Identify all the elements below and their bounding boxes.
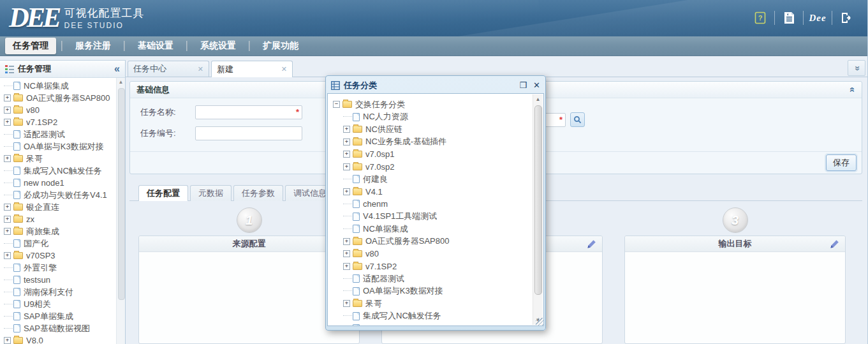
- sidebar-collapse-icon[interactable]: «: [114, 64, 120, 74]
- tree-item[interactable]: NC单据集成: [4, 80, 116, 92]
- expand-toggle-icon[interactable]: +: [343, 263, 350, 270]
- dialog-scrollbar[interactable]: ▲ ▼: [533, 94, 543, 325]
- document-icon[interactable]: [782, 10, 796, 26]
- expand-toggle-icon[interactable]: +: [4, 155, 11, 162]
- edit-pencil-icon[interactable]: [587, 239, 597, 251]
- tree-item[interactable]: OA单据与K3数据对接: [4, 140, 116, 153]
- tree-item[interactable]: +v7.1SP2: [333, 260, 531, 273]
- tree-item[interactable]: +zx: [4, 213, 116, 225]
- tree-item[interactable]: +NC业务集成-基础插件: [333, 136, 531, 149]
- tree-item[interactable]: 集成写入NC触发任务: [333, 310, 531, 323]
- tree-item[interactable]: 湖南保利支付: [4, 286, 116, 298]
- tree-item[interactable]: 国产化: [4, 237, 116, 250]
- tree-item[interactable]: NC人力资源: [333, 111, 531, 124]
- expand-toggle-icon[interactable]: +: [343, 163, 350, 170]
- tree-item[interactable]: +OA正式服务器SAP800: [333, 236, 531, 248]
- edit-pencil-icon[interactable]: [830, 239, 840, 251]
- expand-toggle-icon[interactable]: +: [343, 250, 350, 257]
- task-name-input[interactable]: [195, 105, 302, 119]
- tree-item[interactable]: +OA正式服务器SAP800: [4, 92, 116, 104]
- tree-connector: [4, 170, 13, 172]
- config-tab[interactable]: 任务配置: [138, 185, 188, 201]
- tree-item[interactable]: 外置引擎: [4, 262, 116, 274]
- expand-toggle-icon[interactable]: +: [4, 228, 11, 235]
- tree-item[interactable]: V4.1SP1工具端测试: [333, 211, 531, 223]
- scroll-up-icon[interactable]: ▲: [117, 78, 125, 87]
- tree-item[interactable]: 适配器测试: [4, 128, 116, 140]
- tree-item-label: V8.0: [26, 336, 43, 344]
- tree-item[interactable]: +呆哥: [333, 297, 531, 310]
- tree-item[interactable]: +v7.0sp2: [333, 161, 531, 174]
- sidebar-scrollbar[interactable]: ▲: [116, 78, 125, 344]
- tab-overflow-button[interactable]: «: [848, 60, 865, 76]
- tree-item[interactable]: testsun: [4, 274, 116, 286]
- logout-icon[interactable]: [839, 10, 853, 26]
- tree-item[interactable]: NC单据集成: [333, 223, 531, 236]
- resize-grip[interactable]: [536, 318, 543, 325]
- tree-item[interactable]: +v7.1SP2: [4, 116, 116, 128]
- tree-item[interactable]: OA单据与K3数据对接: [333, 285, 531, 298]
- document-tab[interactable]: 新建✕: [211, 61, 293, 77]
- tree-item[interactable]: chenm: [333, 198, 531, 211]
- tree-item[interactable]: +NC供应链: [333, 123, 531, 136]
- tree-item[interactable]: +v7.0sp1: [333, 148, 531, 161]
- maximize-icon[interactable]: ❒: [519, 81, 527, 89]
- scrollbar-thumb[interactable]: [118, 88, 125, 300]
- expand-toggle-icon[interactable]: +: [4, 216, 11, 223]
- close-tab-icon[interactable]: ✕: [198, 65, 203, 73]
- tree-item[interactable]: +v70SP3: [4, 250, 116, 262]
- nav-item[interactable]: 系统设置: [191, 38, 245, 54]
- scrollbar-thumb[interactable]: [534, 105, 542, 295]
- tree-item[interactable]: +呆哥: [4, 153, 116, 165]
- tree-item[interactable]: +银企直连: [4, 201, 116, 213]
- app-title: 可视化配置工具: [64, 6, 144, 20]
- tree-item[interactable]: +v80: [4, 104, 116, 116]
- expand-toggle-icon[interactable]: +: [343, 188, 350, 195]
- tree-item[interactable]: 何建良: [333, 173, 531, 186]
- expand-toggle-icon[interactable]: +: [4, 107, 11, 114]
- tree-item[interactable]: 集成写入NC触发任务: [4, 165, 116, 177]
- config-tab[interactable]: 元数据: [190, 185, 232, 201]
- nav-item[interactable]: 任务管理: [5, 38, 56, 54]
- tree-item[interactable]: new node1: [333, 322, 531, 326]
- lookup-button[interactable]: [570, 112, 585, 127]
- tree-item[interactable]: −交换任务分类: [333, 98, 531, 111]
- config-tab[interactable]: 任务参数: [233, 185, 283, 201]
- expand-toggle-icon[interactable]: +: [343, 300, 350, 307]
- dialog-titlebar[interactable]: 任务分类 ❒ ✕: [327, 77, 544, 93]
- save-button[interactable]: 保存: [826, 154, 857, 171]
- scroll-up-icon[interactable]: ▲: [533, 94, 543, 104]
- tree-item[interactable]: 必成功与失败任务V4.1: [4, 189, 116, 201]
- close-icon[interactable]: ✕: [533, 81, 540, 89]
- tree-item[interactable]: SAP单据集成: [4, 310, 116, 322]
- help-icon[interactable]: ?: [753, 10, 767, 26]
- tree-item[interactable]: +V8.0: [4, 334, 116, 344]
- tree-item[interactable]: +V4.1: [333, 186, 531, 198]
- expand-toggle-icon[interactable]: +: [4, 337, 11, 344]
- dee-logo-icon[interactable]: Dee: [811, 10, 825, 26]
- tree-item[interactable]: SAP基础数据视图: [4, 322, 116, 334]
- panel-collapse-icon[interactable]: «: [847, 87, 858, 92]
- expand-toggle-icon[interactable]: +: [343, 126, 350, 133]
- nav-item[interactable]: 基础设置: [129, 38, 182, 54]
- task-code-input[interactable]: [195, 126, 302, 140]
- tree-connector: [343, 216, 352, 217]
- tree-item-label: 银企直连: [26, 202, 59, 213]
- close-tab-icon[interactable]: ✕: [281, 65, 287, 73]
- tree-item[interactable]: 适配器测试: [333, 273, 531, 285]
- tree-item[interactable]: +v80: [333, 248, 531, 260]
- nav-item[interactable]: 服务注册: [66, 38, 120, 54]
- tree-item[interactable]: new node1: [4, 177, 116, 189]
- expand-toggle-icon[interactable]: +: [343, 138, 350, 146]
- tree-item[interactable]: U9相关: [4, 298, 116, 310]
- nav-item[interactable]: 扩展功能: [254, 38, 307, 54]
- expand-toggle-icon[interactable]: +: [343, 151, 350, 158]
- expand-toggle-icon[interactable]: +: [4, 252, 11, 259]
- tree-item[interactable]: +商旅集成: [4, 225, 116, 237]
- expand-toggle-icon[interactable]: +: [343, 238, 350, 245]
- expand-toggle-icon[interactable]: +: [4, 204, 11, 211]
- expand-toggle-icon[interactable]: +: [4, 119, 11, 126]
- document-tab[interactable]: 任务中心✕: [128, 61, 209, 77]
- expand-toggle-icon[interactable]: −: [333, 101, 340, 108]
- expand-toggle-icon[interactable]: +: [4, 94, 11, 101]
